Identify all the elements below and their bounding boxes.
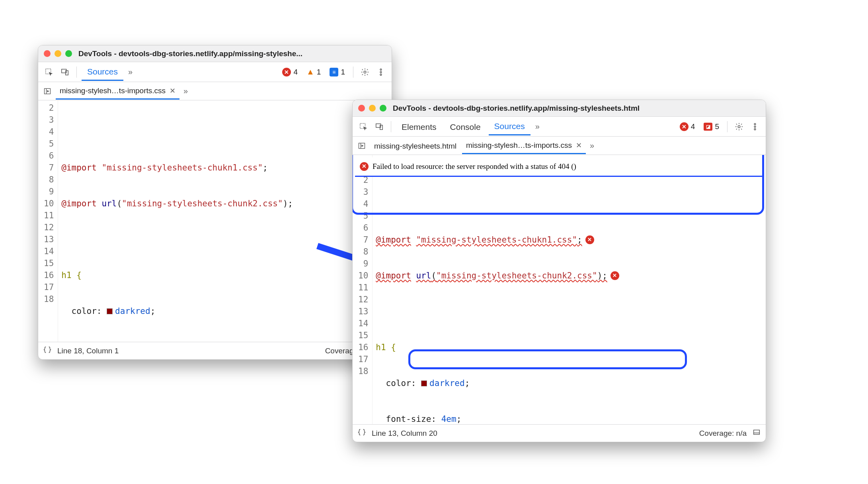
file-tab-html[interactable]: missing-stylesheets.html — [370, 138, 460, 154]
more-tabs-icon[interactable]: » — [126, 67, 135, 76]
separator — [353, 67, 353, 78]
kebab-menu-icon[interactable] — [748, 120, 762, 133]
code-content[interactable]: @import "missing-stylesheets-chukn1.css"… — [373, 155, 766, 424]
main-toolbar: Elements Console Sources » ✕4 ◪5 — [353, 117, 766, 137]
coverage-label: Coverage: n/a — [699, 429, 747, 438]
editor-tab-bar: missing-stylesheets.html missing-stylesh… — [353, 137, 766, 155]
error-count[interactable]: ✕4 — [279, 67, 301, 77]
line-gutter: 23456789101112131415161718 — [353, 155, 373, 424]
error-icon: ✕ — [282, 68, 291, 76]
warning-icon: ▲ — [306, 67, 314, 76]
info-count[interactable]: ≡1 — [326, 67, 348, 77]
close-window-icon[interactable] — [44, 50, 51, 57]
zoom-window-icon[interactable] — [380, 105, 386, 112]
tab-elements[interactable]: Elements — [396, 118, 442, 135]
device-toolbar-icon[interactable] — [58, 65, 72, 79]
more-tabs-icon[interactable]: » — [533, 122, 542, 131]
svg-point-12 — [738, 125, 740, 128]
separator — [76, 67, 77, 78]
line-gutter: 23456789101112131415161718 — [38, 100, 58, 342]
window-title: DevTools - devtools-dbg-stories.netlify.… — [393, 104, 640, 113]
inline-error-icon[interactable]: ✕ — [611, 271, 619, 280]
warning-count[interactable]: ▲1 — [303, 67, 324, 77]
minimize-window-icon[interactable] — [55, 50, 61, 57]
error-tooltip-text: Failed to load resource: the server resp… — [373, 161, 576, 172]
svg-point-15 — [754, 128, 756, 130]
device-toolbar-icon[interactable] — [373, 120, 386, 133]
svg-point-14 — [754, 126, 756, 127]
settings-icon[interactable] — [358, 65, 372, 79]
color-swatch-icon[interactable] — [107, 308, 113, 314]
inspect-element-icon[interactable] — [357, 120, 370, 133]
file-tab-css[interactable]: missing-stylesh…ts-imports.css✕ — [462, 137, 586, 154]
window-title: DevTools - devtools-dbg-stories.netlify.… — [78, 49, 302, 58]
zoom-window-icon[interactable] — [65, 50, 72, 57]
svg-point-6 — [380, 74, 382, 75]
error-tooltip: ✕ Failed to load resource: the server re… — [355, 157, 763, 177]
cursor-position: Line 13, Column 20 — [372, 429, 437, 438]
status-bar: Line 18, Column 1 Coverage: n/a — [38, 342, 392, 359]
status-bar: Line 13, Column 20 Coverage: n/a — [353, 424, 766, 442]
main-toolbar: Sources » ✕4 ▲1 ≡1 — [38, 62, 392, 82]
kebab-menu-icon[interactable] — [374, 65, 388, 79]
svg-point-5 — [380, 71, 382, 73]
drawer-toggle-icon[interactable] — [752, 428, 761, 439]
titlebar[interactable]: DevTools - devtools-dbg-stories.netlify.… — [38, 45, 392, 62]
color-swatch-icon[interactable] — [421, 380, 427, 386]
code-content[interactable]: @import "missing-stylesheets-chukn1.css"… — [58, 100, 392, 342]
minimize-window-icon[interactable] — [369, 105, 376, 112]
file-tab-label: missing-stylesh…ts-imports.css — [466, 141, 572, 150]
pretty-print-icon[interactable] — [357, 428, 366, 439]
code-editor[interactable]: 23456789101112131415161718 @import "miss… — [38, 100, 392, 342]
code-editor[interactable]: 23456789101112131415161718 @import "miss… — [353, 155, 766, 424]
devtools-window-after: DevTools - devtools-dbg-stories.netlify.… — [352, 100, 766, 442]
devtools-window-before: DevTools - devtools-dbg-stories.netlify.… — [38, 45, 392, 360]
navigator-toggle-icon[interactable] — [355, 139, 369, 153]
issue-icon: ◪ — [704, 123, 712, 131]
file-tab-label: missing-stylesh…ts-imports.css — [60, 86, 166, 95]
separator — [727, 121, 728, 132]
error-count[interactable]: ✕4 — [677, 121, 698, 132]
titlebar[interactable]: DevTools - devtools-dbg-stories.netlify.… — [353, 100, 766, 117]
cursor-position: Line 18, Column 1 — [57, 347, 119, 355]
close-tab-icon[interactable]: ✕ — [170, 86, 176, 95]
issue-count[interactable]: ◪5 — [700, 121, 722, 132]
svg-point-13 — [754, 123, 756, 125]
navigator-toggle-icon[interactable] — [41, 84, 54, 98]
svg-rect-17 — [754, 430, 760, 435]
separator — [391, 121, 391, 132]
editor-tab-bar: missing-stylesh…ts-imports.css✕ » — [38, 82, 392, 100]
tab-sources[interactable]: Sources — [489, 118, 531, 135]
info-icon: ≡ — [330, 68, 338, 76]
inspect-element-icon[interactable] — [42, 65, 56, 79]
tab-console[interactable]: Console — [445, 118, 486, 135]
close-window-icon[interactable] — [358, 105, 365, 112]
inline-error-icon[interactable]: ✕ — [585, 235, 594, 244]
settings-icon[interactable] — [732, 120, 746, 133]
file-tab-label: missing-stylesheets.html — [374, 142, 456, 151]
tab-sources[interactable]: Sources — [82, 63, 123, 81]
error-icon: ✕ — [360, 162, 369, 171]
svg-point-4 — [380, 69, 382, 70]
error-icon: ✕ — [680, 122, 689, 131]
svg-point-3 — [364, 71, 366, 73]
more-files-icon[interactable]: » — [587, 141, 597, 150]
more-files-icon[interactable]: » — [181, 86, 190, 96]
pretty-print-icon[interactable] — [43, 345, 52, 356]
close-tab-icon[interactable]: ✕ — [576, 141, 582, 150]
file-tab-active[interactable]: missing-stylesh…ts-imports.css✕ — [56, 82, 179, 100]
